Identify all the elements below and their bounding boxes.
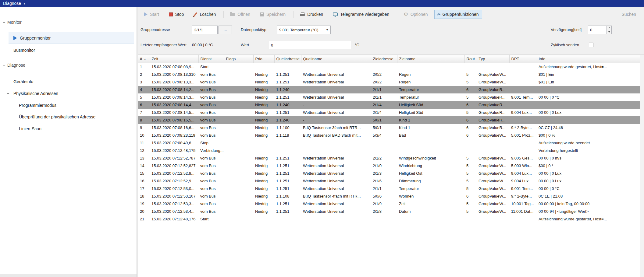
column-header-zeit[interactable]: Zeit xyxy=(150,55,198,63)
clear-button-label: Löschen xyxy=(200,12,216,17)
table-row[interactable]: 1515.03.2020 07:12:52,8...vom BusNiedrig… xyxy=(138,170,640,177)
column-header-flags[interactable]: Flags xyxy=(224,55,253,63)
cell-num: 9 xyxy=(138,124,150,131)
column-header-dienst[interactable]: Dienst xyxy=(198,55,224,63)
cell-dpt: 9.005 Ges... xyxy=(509,154,537,162)
table-row[interactable]: 1315.03.2020 07:12:52,787vom BusNiedrig1… xyxy=(138,154,640,162)
sidebar-section-monitor[interactable]: −Monitor xyxy=(0,16,137,28)
table-row[interactable]: 315.03.2020 07:08:13,3...vom BusNiedrig1… xyxy=(138,78,640,86)
sidebar-horizontal-scrollbar[interactable] xyxy=(0,274,137,277)
last-received-value: 00 00 | 0 °C xyxy=(192,41,213,49)
table-row[interactable]: 215.03.2020 07:08:13,310vom BusNiedrig1.… xyxy=(138,71,640,78)
chevron-down-icon: ▼ xyxy=(326,28,329,31)
cell-dienst: vom Bus xyxy=(198,86,224,93)
cell-num: 14 xyxy=(138,162,150,170)
cell-zieladresse: 2/1/8 xyxy=(371,208,397,215)
spin-down-button[interactable] xyxy=(607,30,612,34)
sidebar-item-gruppenmonitor[interactable]: Gruppenmonitor xyxy=(9,32,134,44)
delay-input[interactable]: 0 xyxy=(588,26,607,34)
collapse-minus-icon[interactable]: − xyxy=(3,63,5,68)
collapse-minus-icon[interactable]: − xyxy=(3,20,5,25)
column-header-zielname[interactable]: Zielname xyxy=(397,55,464,63)
save-button[interactable]: Speichern xyxy=(257,10,289,19)
column-header-info[interactable]: Info xyxy=(537,55,640,63)
cell-dpt: 9.001 Tem... xyxy=(509,93,537,101)
toolbar-separator xyxy=(397,11,397,18)
cell-quelladresse: 1.1.251 xyxy=(274,109,301,116)
cell-quellname: Wetterstation Universal xyxy=(301,177,371,185)
cell-zieladresse: 5/0/1 xyxy=(371,124,397,131)
column-header-dpt[interactable]: DPT xyxy=(509,55,537,63)
options-button[interactable]: ⚙ Optionen xyxy=(400,10,431,19)
table-row[interactable]: 615.03.2020 07:08:14,4...vom BusNiedrig1… xyxy=(138,101,640,109)
print-button[interactable]: Drucken xyxy=(297,10,326,19)
table-row[interactable]: 1615.03.2020 07:12:52,9...vom BusNiedrig… xyxy=(138,177,640,185)
open-button[interactable]: Öffnen xyxy=(227,10,254,19)
cell-prio xyxy=(253,147,274,154)
folder-icon xyxy=(230,13,235,16)
cell-quellname xyxy=(301,215,371,223)
table-row[interactable]: 715.03.2020 07:08:14,5...vom BusNiedrig1… xyxy=(138,109,640,116)
stop-button[interactable]: Stop xyxy=(165,10,187,19)
cell-quelladresse: 1.1.251 xyxy=(274,71,301,78)
sidebar-item-linien-scan[interactable]: Linien-Scan xyxy=(0,123,137,135)
column-header-typ[interactable]: Typ xyxy=(477,55,509,63)
table-row[interactable]: 1115.03.2020 07:08:49,6...StopAufzeichnu… xyxy=(138,139,640,147)
sidebar-label: Geräteinfo xyxy=(13,79,33,84)
column-header-zieladresse[interactable]: Zieladresse xyxy=(371,55,397,63)
cell-zielname: Kind 1 xyxy=(397,124,464,131)
cell-prio: Niedrig xyxy=(253,208,274,215)
cell-zeit: 15.03.2020 07:12:52,9... xyxy=(150,177,198,185)
group-address-input[interactable]: 2/1/1 xyxy=(192,26,218,34)
cell-info xyxy=(537,86,640,93)
cell-num: 15 xyxy=(138,170,150,177)
app-menu-diagnose[interactable]: Diagnose xyxy=(3,1,21,6)
column-header-rout[interactable]: Rout xyxy=(464,55,477,63)
sidebar-item-programmiermodus[interactable]: Programmiermodus xyxy=(0,99,137,111)
table-vertical-scrollbar[interactable] xyxy=(640,55,644,277)
search-input[interactable]: Suchen xyxy=(622,12,636,17)
cell-flags xyxy=(224,170,253,177)
column-header-quelladresse[interactable]: Quelladresse xyxy=(274,55,301,63)
sidebar-item-busmonitor[interactable]: Busmonitor xyxy=(0,44,137,56)
table-row[interactable]: 1415.03.2020 07:12:52,827vom BusNiedrig1… xyxy=(138,162,640,170)
browse-address-button[interactable]: ... xyxy=(219,26,232,34)
cell-zieladresse: 2/1/6 xyxy=(371,177,397,185)
table-row[interactable]: 1815.03.2020 07:12:53,107vom BusNiedrig1… xyxy=(138,192,640,200)
sidebar-item-berpr-fung-der-physikalischen-adresse[interactable]: Überprüfung der physikalischen Adresse xyxy=(0,111,137,123)
table-row[interactable]: 2015.03.2020 07:12:53,4...vom BusNiedrig… xyxy=(138,208,640,215)
cell-quellname: Wetterstation Universal xyxy=(301,109,371,116)
sidebar-section-diagnose[interactable]: −Diagnose xyxy=(0,59,137,71)
table-row[interactable]: 1215.03.2020 07:12:48,175Verbindung...Ve… xyxy=(138,147,640,154)
sidebar-item-physikalische-adressen[interactable]: −Physikalische Adressen xyxy=(0,87,137,99)
cell-dpt: 5.001 Proz... xyxy=(509,131,537,139)
table-row[interactable]: 515.03.2020 07:08:14,3...vom BusNiedrig1… xyxy=(138,93,640,101)
datapoint-type-select[interactable]: 9.001 Temperatur (°C) ▼ xyxy=(277,26,331,34)
table-row[interactable]: 1015.03.2020 07:08:23,119vom BusNiedrig1… xyxy=(138,131,640,139)
table-row[interactable]: 2115.03.2020 07:12:48,176StartAufzeichnu… xyxy=(138,215,640,223)
table-row[interactable]: 1715.03.2020 07:12:53,0...vom BusNiedrig… xyxy=(138,185,640,192)
cyclic-send-label: Zyklisch senden xyxy=(551,41,579,49)
table-row[interactable]: 915.03.2020 07:08:16,6...vom BusNiedrig1… xyxy=(138,124,640,131)
spin-up-button[interactable] xyxy=(607,26,612,30)
column-header-num[interactable]: #▲ xyxy=(138,55,150,63)
clear-button[interactable]: Löschen xyxy=(190,10,219,19)
replay-telegrams-button[interactable]: Telegramme wiedergeben xyxy=(329,10,393,19)
table-row[interactable]: 115.03.2020 07:08:08,9...StartAufzeichnu… xyxy=(138,63,640,71)
sidebar-item-ger-teinfo[interactable]: Geräteinfo xyxy=(0,75,137,87)
cyclic-send-checkbox[interactable] xyxy=(589,43,593,47)
cell-prio: Niedrig xyxy=(253,131,274,139)
cell-quelladresse: 1.1.251 xyxy=(274,170,301,177)
cell-flags xyxy=(224,192,253,200)
group-functions-button[interactable]: Gruppenfunktionen xyxy=(434,10,482,19)
value-input[interactable]: 0 xyxy=(269,41,351,49)
table-row[interactable]: 815.03.2020 07:08:16,5...vom BusNiedrig1… xyxy=(138,116,640,124)
table-row[interactable]: 1915.03.2020 07:12:53,3...vom BusNiedrig… xyxy=(138,200,640,208)
start-button[interactable]: Start xyxy=(141,10,162,19)
cell-zielname: Regen xyxy=(397,71,464,78)
collapse-minus-icon[interactable]: − xyxy=(7,91,9,96)
column-header-prio[interactable]: Prio xyxy=(253,55,274,63)
table-row[interactable]: 415.03.2020 07:08:14,2...vom BusNiedrig1… xyxy=(138,86,640,93)
column-header-quellname[interactable]: Quellname xyxy=(301,55,371,63)
cell-typ: GroupValueR... xyxy=(477,101,509,109)
